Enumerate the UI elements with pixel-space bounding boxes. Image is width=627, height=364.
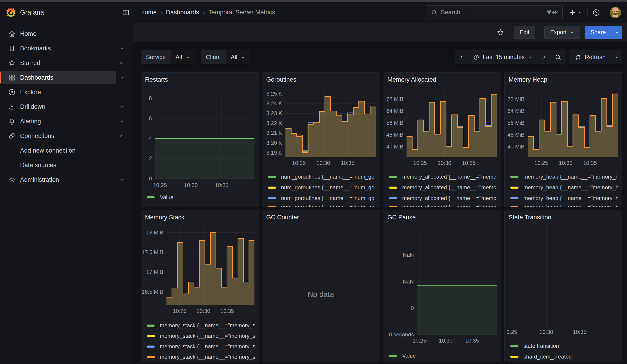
- chart-canvas[interactable]: [407, 90, 497, 157]
- breadcrumb-dashboards[interactable]: Dashboards: [166, 9, 199, 16]
- legend-item[interactable]: memory_heap {__name__="memory_h: [510, 203, 619, 207]
- sidebar-item-explore[interactable]: Explore: [0, 85, 133, 100]
- sidebar-item-alerting[interactable]: Alerting: [0, 114, 133, 129]
- divider: [540, 28, 540, 37]
- sidebar-item-data-sources[interactable]: Data sources: [0, 158, 133, 172]
- avatar[interactable]: [610, 7, 621, 18]
- top-bar: Grafana Home › Dashboards › Temporal Ser…: [0, 2, 627, 23]
- chart-canvas[interactable]: [507, 224, 620, 328]
- legend-item[interactable]: memory_allocated {__name__="memc: [389, 203, 498, 207]
- chevup-icon: [119, 133, 124, 139]
- breadcrumb-home[interactable]: Home: [140, 9, 157, 16]
- legend-item[interactable]: memory_heap {__name__="memory_h: [510, 194, 619, 203]
- panel-title[interactable]: Goroutines: [266, 76, 296, 83]
- x-axis-label: 10:35: [220, 308, 234, 314]
- legend-label: memory_stack {__name__="memory_s: [160, 322, 255, 329]
- sidebar-nav: HomeBookmarksStarredDashboardsExploreDri…: [0, 23, 133, 364]
- sidebar-item-bookmarks[interactable]: Bookmarks: [0, 41, 133, 56]
- legend-item[interactable]: memory_heap {__name__="memory_h: [510, 183, 619, 192]
- legend-item[interactable]: memory_stack {__name__="memory_s: [147, 342, 255, 351]
- legend-item[interactable]: Value: [389, 351, 498, 360]
- legend-item[interactable]: memory_stack {__name__="memory_s: [147, 331, 255, 341]
- search-input[interactable]: [441, 9, 543, 16]
- panel-title[interactable]: GC Pause: [387, 214, 416, 221]
- chevron-down-icon[interactable]: [119, 75, 124, 80]
- legend-item[interactable]: memory_allocated {__name__="memc: [389, 183, 498, 192]
- export-button[interactable]: Export: [544, 26, 580, 39]
- help-icon[interactable]: [592, 8, 600, 17]
- time-shift-back-button[interactable]: [455, 51, 468, 64]
- legend-item[interactable]: num_goroutines {__name__="num_go: [268, 194, 377, 203]
- sidebar-item-home[interactable]: Home: [0, 26, 133, 41]
- panel-title[interactable]: Memory Stack: [145, 214, 184, 221]
- legend-item[interactable]: memory_stack {__name__="memory_s: [147, 321, 255, 330]
- refresh-interval-button[interactable]: [611, 51, 622, 64]
- zoom-out-icon[interactable]: [551, 51, 565, 64]
- legend-item[interactable]: num_goroutines {__name__="num_go: [268, 203, 377, 207]
- legend-item[interactable]: state transition: [510, 341, 619, 351]
- share-button[interactable]: Share: [585, 26, 612, 39]
- share-menu-button[interactable]: [612, 26, 622, 39]
- legend-item[interactable]: memory_heap {__name__="memory_h: [510, 172, 619, 181]
- compass-icon: [8, 88, 16, 96]
- x-axis-label: 10:30: [439, 338, 453, 344]
- chart-canvas[interactable]: [166, 227, 255, 305]
- y-axis-label: 48 MiB: [383, 132, 403, 138]
- sidebar-item-starred[interactable]: Starred: [0, 56, 133, 70]
- chart-canvas[interactable]: [417, 228, 497, 335]
- legend-item[interactable]: shard_item_created: [510, 352, 619, 361]
- panel-memory_allocated: Memory Allocated72 MiB64 MiB56 MiB48 MiB…: [383, 72, 501, 207]
- chart-canvas[interactable]: [528, 90, 618, 157]
- time-shift-forward-button[interactable]: [538, 51, 551, 64]
- legend-item[interactable]: memory_allocated {__name__="memc: [389, 172, 498, 181]
- sidebar-item-label: Dashboards: [20, 74, 53, 81]
- new-add-button[interactable]: [569, 9, 583, 16]
- panel-title[interactable]: Restarts: [145, 76, 168, 83]
- legend-item[interactable]: Value: [147, 193, 255, 202]
- sidebar-item-administration[interactable]: Administration: [0, 172, 133, 187]
- x-axis-label: 10:25: [153, 182, 167, 188]
- panel-title[interactable]: State Transition: [509, 214, 552, 221]
- chevron-down-icon[interactable]: [119, 60, 124, 66]
- legend-item[interactable]: memory_stack {__name__="memory_s: [147, 352, 255, 362]
- client-variable-value[interactable]: All: [226, 51, 250, 64]
- time-range-picker[interactable]: Last 15 minutes: [468, 51, 538, 64]
- dock-sidebar-icon[interactable]: [122, 9, 130, 16]
- edit-button[interactable]: Edit: [514, 26, 535, 39]
- chevron-down-icon[interactable]: [119, 46, 124, 51]
- service-variable-value[interactable]: All: [171, 51, 195, 64]
- panel-title[interactable]: Memory Allocated: [387, 76, 436, 83]
- refresh-button[interactable]: Refresh: [569, 51, 611, 64]
- panel-title[interactable]: Memory Heap: [509, 76, 547, 83]
- chevron-down-icon[interactable]: [119, 104, 124, 109]
- x-axis-label: 10:35: [215, 182, 228, 188]
- sidebar-item-drilldown[interactable]: Drilldown: [0, 100, 133, 114]
- connections-icon: [8, 132, 16, 140]
- panel-title[interactable]: GC Counter: [266, 214, 299, 221]
- legend-color-swatch: [268, 206, 276, 207]
- chevron-up-icon[interactable]: [119, 133, 124, 139]
- chevron-down-icon[interactable]: [119, 119, 124, 124]
- legend-item[interactable]: memory_allocated {__name__="memc: [389, 194, 498, 203]
- x-axis-label: 10:30: [184, 182, 198, 188]
- search-shortcut: ⌘+k: [546, 9, 558, 16]
- search-box[interactable]: ⌘+k: [426, 5, 563, 20]
- legend-item[interactable]: num_goroutines {__name__="num_go: [268, 172, 377, 181]
- sidebar-item-label: Alerting: [20, 118, 41, 125]
- active-indicator: [0, 72, 1, 83]
- x-axis-label: 10:30: [197, 308, 210, 314]
- legend-item[interactable]: num_goroutines {__name__="num_go: [268, 183, 377, 192]
- chevron-down-icon[interactable]: [119, 177, 124, 182]
- chart-canvas[interactable]: [155, 94, 255, 179]
- window-chrome-strip: [0, 0, 627, 2]
- panel-gc_counter: GC CounterNo data: [262, 210, 380, 363]
- grafana-logo-icon[interactable]: [6, 7, 16, 18]
- sidebar-item-add-new-connection[interactable]: Add new connection: [0, 143, 133, 158]
- chart-canvas[interactable]: [285, 90, 376, 157]
- sidebar-item-connections[interactable]: Connections: [0, 129, 133, 143]
- sidebar-item-dashboards[interactable]: Dashboards: [0, 70, 133, 85]
- star-dashboard-icon[interactable]: [496, 28, 505, 37]
- y-axis-label: 17.5 MiB: [141, 249, 163, 256]
- legend-label: Value: [402, 353, 416, 359]
- y-axis-label: NaN: [383, 278, 414, 285]
